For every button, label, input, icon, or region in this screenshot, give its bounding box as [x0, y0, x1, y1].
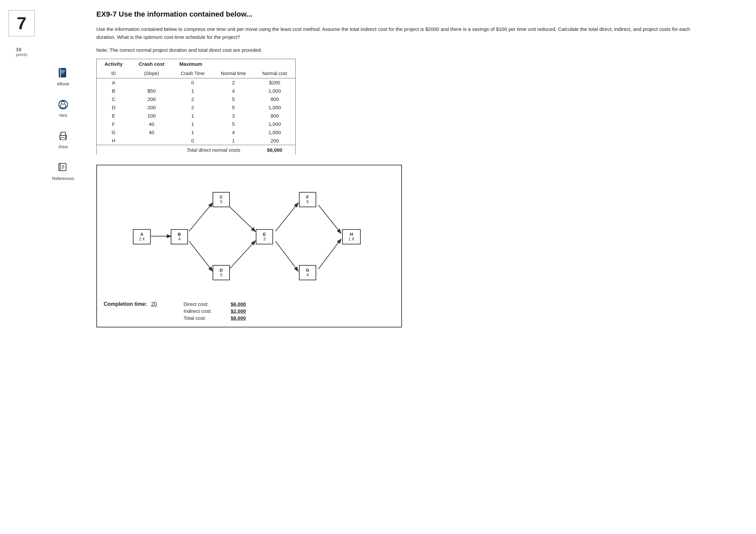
hint-nav-item[interactable]: Hint	[56, 98, 70, 118]
main-content: EX9-7 Use the information contained belo…	[83, 0, 756, 534]
svg-line-20	[189, 241, 212, 271]
node-H: H 1 X	[342, 229, 361, 244]
question-number: 7	[17, 13, 27, 33]
left-nav: eBook Hint	[43, 0, 83, 534]
svg-point-8	[62, 100, 64, 102]
cost-block: Direct cost: $6,000 Indirect cost: $2,00…	[183, 301, 246, 321]
table-row: B$50141,000	[97, 87, 296, 95]
page-layout: 7 10 points eBook	[0, 0, 756, 534]
total-cost-value: $8,000	[231, 315, 246, 321]
table-row: G40141,000	[97, 128, 296, 136]
activity-table: Activity Crash cost Maximum ID (Slope) C…	[96, 59, 296, 155]
table-header-row1: Activity Crash cost Maximum	[97, 59, 296, 69]
node-H-value: 1 X	[348, 237, 354, 241]
table-row: E10013800	[97, 112, 296, 120]
network-diagram: A 2 X B 4 C 5 D 5 E 3	[96, 165, 402, 327]
indirect-cost-label: Indirect cost:	[183, 308, 227, 314]
table-row: F40151,000	[97, 120, 296, 128]
node-B-label: B	[178, 232, 181, 237]
total-label-cell	[97, 145, 173, 155]
node-F-value: 5	[307, 200, 309, 204]
completion-area: Completion time: 20 Direct cost: $6,000 …	[104, 301, 395, 321]
node-D: D 5	[213, 265, 230, 280]
indirect-cost-row: Indirect cost: $2,000	[183, 308, 246, 314]
node-B: B 4	[171, 229, 188, 244]
node-G-label: G	[306, 268, 309, 273]
col-crash-cost: Crash cost	[131, 59, 173, 69]
direct-cost-row: Direct cost: $6,000	[183, 301, 246, 307]
node-F: F 5	[299, 192, 316, 207]
node-E: E 3	[256, 229, 273, 244]
points-block: 10 points	[16, 46, 28, 57]
svg-line-22	[229, 241, 255, 269]
completion-time-value: 20	[151, 301, 157, 307]
references-icon	[56, 161, 70, 174]
indirect-cost-value: $2,000	[231, 308, 246, 314]
total-cost-label: Total cost:	[183, 315, 227, 321]
table-header-row2: ID (Slope) Crash Time Normal time Normal…	[97, 69, 296, 78]
node-C-label: C	[220, 195, 223, 200]
svg-line-19	[189, 203, 212, 231]
table-row: H01200	[97, 136, 296, 145]
hint-icon	[56, 98, 70, 111]
completion-time-block: Completion time: 20	[104, 301, 157, 307]
question-sidebar: 7 10 points	[0, 0, 43, 534]
col-normal-cost: Normal cost	[254, 69, 295, 78]
completion-time-label: Completion time:	[104, 301, 147, 307]
total-desc: Total direct normal costs	[173, 145, 254, 155]
print-icon	[56, 130, 70, 143]
node-B-value: 4	[178, 237, 181, 241]
hint-label: Hint	[59, 113, 67, 118]
col-crash-time: Crash Time	[173, 69, 213, 78]
points-label: points	[16, 52, 28, 57]
print-nav-item[interactable]: Print	[56, 130, 70, 149]
svg-point-12	[65, 136, 66, 137]
svg-rect-10	[61, 132, 65, 135]
ebook-nav-item[interactable]: eBook	[56, 66, 70, 86]
node-G-value: 4	[307, 273, 309, 277]
direct-cost-value: $6,000	[231, 301, 246, 307]
col-id: ID	[97, 69, 131, 78]
table-row: C20025800	[97, 95, 296, 103]
ebook-label: eBook	[57, 81, 69, 86]
col-maximum: Maximum	[173, 59, 296, 69]
points-number: 10	[16, 46, 22, 52]
col-normal-time: Normal time	[213, 69, 254, 78]
node-E-label: E	[263, 232, 266, 237]
total-value-cell: $6,000	[254, 145, 295, 155]
direct-cost-label: Direct cost:	[183, 301, 227, 307]
node-H-label: H	[350, 232, 353, 237]
node-A-label: A	[140, 232, 143, 237]
svg-line-21	[229, 207, 255, 231]
node-C-value: 5	[220, 200, 223, 204]
table-row: A02$200	[97, 78, 296, 87]
svg-line-26	[318, 239, 340, 269]
table-total-row: Total direct normal costs $6,000	[97, 145, 296, 155]
node-A-value: 2 X	[139, 237, 145, 241]
question-number-box: 7	[8, 10, 35, 37]
svg-line-23	[275, 203, 298, 231]
node-C: C 5	[213, 192, 230, 207]
svg-line-24	[275, 241, 298, 271]
svg-rect-11	[61, 137, 65, 140]
ebook-icon	[56, 66, 70, 80]
node-A: A 2 X	[133, 229, 151, 244]
svg-rect-1	[60, 68, 61, 77]
col-activity: Activity	[97, 59, 131, 69]
col-slope: (Slope)	[131, 69, 173, 78]
node-E-value: 3	[263, 237, 266, 241]
print-label: Print	[59, 144, 68, 149]
total-cost-row: Total cost: $8,000	[183, 315, 246, 321]
node-F-label: F	[306, 195, 309, 200]
table-row: D200251,000	[97, 103, 296, 112]
node-D-value: 5	[220, 273, 223, 277]
note-text: Note: The correct normal project duratio…	[96, 47, 743, 53]
references-label: References	[52, 176, 74, 181]
svg-line-25	[318, 205, 340, 233]
question-title: EX9-7 Use the information contained belo…	[96, 10, 743, 19]
question-body: Use the information contained below to c…	[96, 25, 694, 41]
node-D-label: D	[220, 268, 223, 273]
references-nav-item[interactable]: References	[52, 161, 74, 181]
node-G: G 4	[299, 265, 316, 280]
